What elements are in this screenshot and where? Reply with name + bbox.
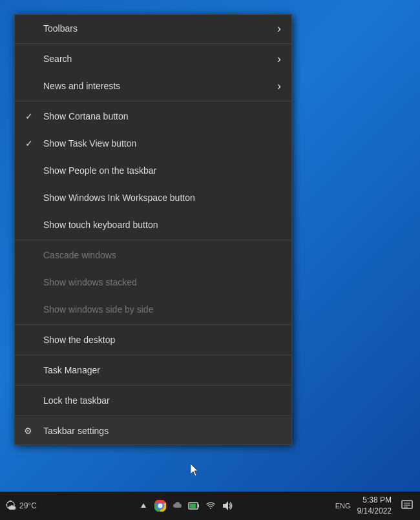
menu-item-search[interactable]: Search <box>15 45 291 72</box>
weather-icon: 🌤 <box>5 499 17 513</box>
cortana-label: Show Cortana button <box>43 111 129 121</box>
separator-7 <box>15 415 291 416</box>
menu-item-cortana[interactable]: ✓ Show Cortana button <box>15 103 291 130</box>
separator-1 <box>15 43 291 44</box>
menu-item-news[interactable]: News and interests <box>15 72 291 99</box>
menu-item-ink[interactable]: Show Windows Ink Workspace button <box>15 184 291 211</box>
menu-item-keyboard[interactable]: Show touch keyboard button <box>15 211 291 238</box>
volume-icon[interactable] <box>221 499 234 512</box>
stacked-label: Show windows stacked <box>43 277 137 287</box>
task-view-check: ✓ <box>25 138 33 149</box>
side-by-side-label: Show windows side by side <box>43 304 153 315</box>
menu-item-lock-taskbar[interactable]: Lock the taskbar <box>15 387 291 414</box>
weather-widget[interactable]: 🌤 29°C <box>5 499 37 513</box>
lang-text: ENG <box>335 502 351 510</box>
onedrive-icon[interactable] <box>171 499 184 512</box>
show-hidden-icons[interactable] <box>137 499 150 512</box>
separator-5 <box>15 355 291 355</box>
separator-6 <box>15 385 291 386</box>
separator-2 <box>15 101 291 101</box>
separator-3 <box>15 240 291 240</box>
menu-item-stacked[interactable]: Show windows stacked <box>15 269 291 296</box>
svg-marker-0 <box>191 464 198 476</box>
svg-marker-1 <box>141 503 146 508</box>
lock-taskbar-label: Lock the taskbar <box>43 395 110 406</box>
taskbar-left: 🌤 29°C <box>5 499 37 513</box>
clock[interactable]: 5:38 PM 9/14/2022 <box>357 495 394 517</box>
people-label: Show People on the taskbar <box>43 165 156 176</box>
toolbars-label: Toolbars <box>43 23 78 34</box>
mouse-cursor <box>191 464 200 477</box>
taskbar-right: ENG 5:38 PM 9/14/2022 <box>334 495 415 517</box>
menu-item-side-by-side[interactable]: Show windows side by side <box>15 296 291 323</box>
menu-item-cascade[interactable]: Cascade windows <box>15 242 291 269</box>
search-label: Search <box>43 54 72 64</box>
menu-item-taskbar-settings[interactable]: ⚙ Taskbar settings <box>15 417 291 444</box>
menu-item-toolbars[interactable]: Toolbars <box>15 15 291 42</box>
wifi-icon[interactable] <box>204 499 217 512</box>
svg-rect-7 <box>189 504 196 508</box>
cortana-check: ✓ <box>25 111 33 121</box>
cascade-label: Cascade windows <box>43 250 116 260</box>
taskbar: 🌤 29°C <box>0 492 420 520</box>
svg-marker-8 <box>223 501 228 510</box>
menu-item-task-manager[interactable]: Task Manager <box>15 357 291 384</box>
show-desktop-label: Show the desktop <box>43 335 115 345</box>
keyboard-label: Show touch keyboard button <box>43 220 158 230</box>
separator-4 <box>15 324 291 325</box>
ink-label: Show Windows Ink Workspace button <box>43 192 195 203</box>
gear-icon: ⚙ <box>24 426 32 436</box>
notification-center-icon[interactable] <box>399 498 415 514</box>
menu-item-people[interactable]: Show People on the taskbar <box>15 157 291 184</box>
language-indicator[interactable]: ENG <box>334 499 352 512</box>
context-menu: Toolbars Search News and interests ✓ Sho… <box>14 14 292 445</box>
weather-temp: 29°C <box>19 501 37 510</box>
task-manager-label: Task Manager <box>43 365 100 375</box>
time-display: 5:38 PM <box>362 495 392 506</box>
taskbar-settings-label: Taskbar settings <box>43 426 109 436</box>
taskbar-system-icons <box>137 499 234 512</box>
battery-icon[interactable] <box>187 499 200 512</box>
menu-item-show-desktop[interactable]: Show the desktop <box>15 326 291 353</box>
menu-item-task-view[interactable]: ✓ Show Task View button <box>15 130 291 157</box>
chrome-icon[interactable] <box>154 499 167 512</box>
svg-rect-6 <box>198 504 199 508</box>
news-label: News and interests <box>43 81 120 91</box>
desktop: Toolbars Search News and interests ✓ Sho… <box>0 0 420 520</box>
svg-point-4 <box>158 504 162 508</box>
date-display: 9/14/2022 <box>357 506 392 517</box>
task-view-label: Show Task View button <box>43 138 136 149</box>
